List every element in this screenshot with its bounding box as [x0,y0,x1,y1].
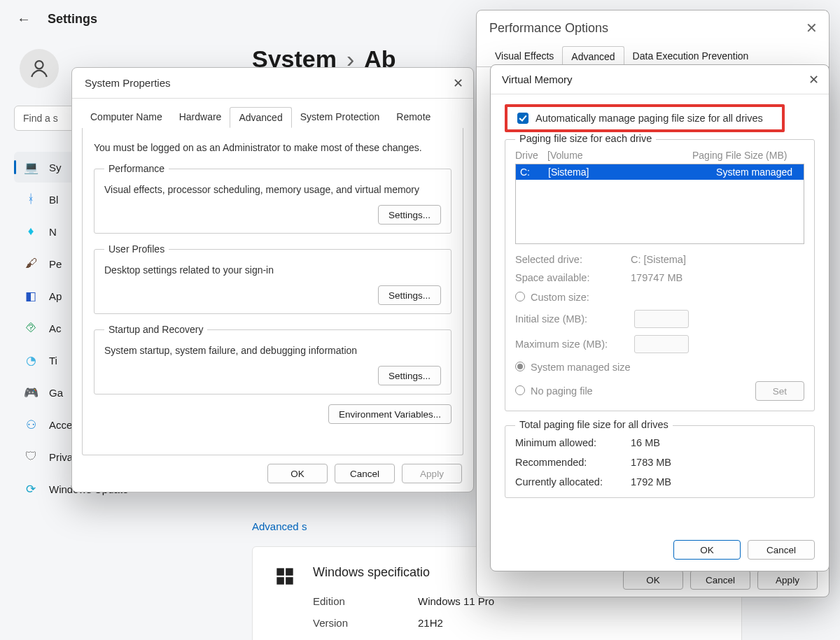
ok-button[interactable]: OK [623,570,683,590]
windows-icon [274,565,296,588]
spec-title: Windows specificatio [313,565,494,580]
avatar [20,49,59,88]
tab-computer-name[interactable]: Computer Name [82,107,171,128]
system-properties-tabs: Computer NameHardwareAdvancedSystem Prot… [72,99,473,128]
close-icon[interactable]: ✕ [453,76,463,91]
nav-icon: ◔ [24,353,38,367]
group-performance: PerformanceVisual effects, processor sch… [94,163,451,234]
virtual-memory-footer: OK Cancel [491,529,829,571]
auto-manage-label: Automatically manage paging file size fo… [536,113,763,124]
cancel-button[interactable]: Cancel [690,570,750,590]
cancel-button[interactable]: Cancel [748,540,815,560]
environment-variables-button[interactable]: Environment Variables... [328,404,451,424]
settings-button[interactable]: Settings... [378,205,441,225]
totals-group: Total paging file size for all drives Mi… [505,425,815,498]
initial-size-input[interactable] [634,310,689,328]
virtual-memory-dialog: Virtual Memory ✕ Automatically manage pa… [490,64,830,571]
drive-list-header: Drive [Volume Paging File Size (MB) [515,150,804,161]
tab-advanced[interactable]: Advanced [230,107,291,128]
settings-button[interactable]: Settings... [378,366,441,385]
tab-hardware[interactable]: Hardware [171,107,230,128]
tab-system-protection[interactable]: System Protection [292,107,388,128]
maximum-size-input[interactable] [634,335,689,353]
svg-rect-2 [286,568,293,576]
close-icon[interactable]: ✕ [806,20,818,36]
no-paging-radio[interactable]: No paging file [515,385,755,397]
nav-icon: ◧ [24,289,38,303]
ok-button[interactable]: OK [673,540,741,560]
nav-icon: 💻 [24,160,38,174]
settings-title: Settings [48,12,97,27]
svg-rect-3 [276,577,284,585]
paging-file-group: Paging file size for each drive Drive [V… [505,139,815,411]
custom-size-radio[interactable]: Custom size: [515,292,804,303]
nav-icon: ᚼ [24,192,38,206]
nav-icon: ⚇ [24,418,38,432]
system-properties-dialog: System Properties ✕ Computer NameHardwar… [71,67,474,492]
svg-rect-1 [276,568,284,576]
system-properties-footer: OK Cancel Apply [72,455,473,492]
settings-button[interactable]: Settings... [378,285,441,305]
auto-manage-highlight: Automatically manage paging file size fo… [505,104,785,132]
svg-rect-4 [286,577,293,585]
dialog-titlebar: System Properties ✕ [72,68,473,99]
drive-row[interactable]: C: [Sistema] System managed [516,164,804,180]
auto-manage-checkbox[interactable] [517,113,528,124]
nav-icon: ⟳ [24,482,38,496]
drive-list[interactable]: C: [Sistema] System managed [515,164,804,244]
apply-button[interactable]: Apply [402,464,462,483]
nav-icon: 🛡 [24,450,38,464]
group-startup-and-recovery: Startup and RecoverySystem startup, syst… [94,324,451,394]
apply-button[interactable]: Apply [757,570,818,590]
nav-icon: 🎮 [24,385,38,399]
group-user-profiles: User ProfilesDesktop settings related to… [94,243,451,314]
person-icon [28,57,50,80]
nav-icon: 🖌 [24,257,38,271]
set-button[interactable]: Set [755,381,804,401]
system-properties-content: You must be logged on as an Administrato… [82,128,463,455]
close-icon[interactable]: ✕ [808,72,819,87]
cancel-button[interactable]: Cancel [335,464,395,483]
dialog-titlebar: Virtual Memory ✕ [491,65,829,94]
arrow-left-icon: ← [17,11,31,27]
dialog-titlebar: Performance Options ✕ [477,10,829,45]
admin-note: You must be logged on as an Administrato… [94,142,451,153]
back-button[interactable]: ← [14,10,34,29]
svg-point-0 [35,61,43,69]
system-managed-radio[interactable]: System managed size [515,362,804,373]
ok-button[interactable]: OK [267,464,328,483]
nav-icon: ♦ [24,225,38,239]
tab-remote[interactable]: Remote [388,107,439,128]
nav-icon: ⯑ [24,321,38,335]
